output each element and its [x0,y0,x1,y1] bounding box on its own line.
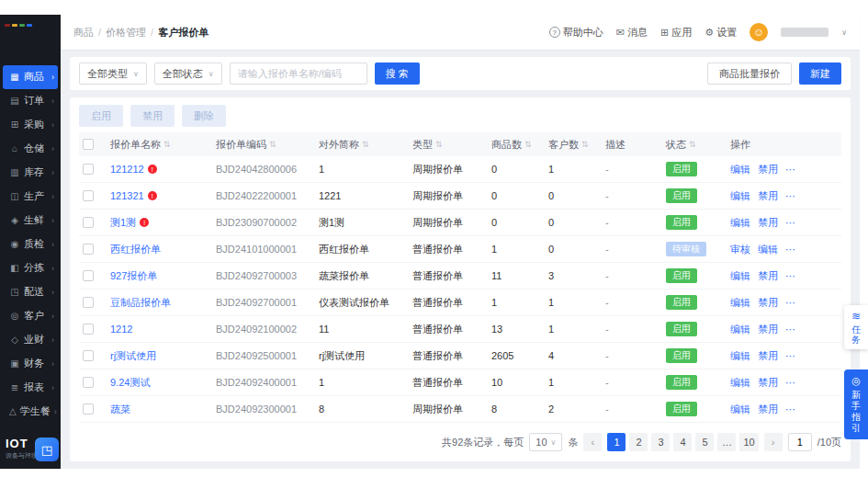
op-edit-link[interactable]: 编辑 [730,323,750,336]
op-edit-link[interactable]: 编辑 [730,403,750,416]
column-header-desc[interactable]: 描述 [602,138,662,152]
prev-page-button[interactable]: ‹ [583,433,602,451]
column-header-customer-count[interactable]: 客户数⇅ [545,138,602,152]
more-actions-icon[interactable]: ⋯ [785,403,796,415]
sidebar-item-finance[interactable]: ▣财务› [3,352,58,376]
sidebar-item-production[interactable]: ◫生产› [3,185,58,209]
page-4[interactable]: 4 [673,433,692,451]
op-disable-link[interactable]: 禁用 [758,269,778,283]
op-audit-link[interactable]: 审核 [730,243,750,256]
row-checkbox[interactable] [83,217,94,228]
more-actions-icon[interactable]: ⋯ [785,217,796,229]
page-1[interactable]: 1 [607,433,626,451]
column-header-actions[interactable]: 操作 [727,138,841,152]
select-all-checkbox[interactable] [83,139,94,150]
iot-device-icon[interactable]: ◳ [35,438,59,461]
row-checkbox[interactable] [83,377,94,388]
quote-name-link[interactable]: rj测试使用 [110,349,156,363]
more-actions-icon[interactable]: ⋯ [785,297,796,309]
row-checkbox[interactable] [83,350,94,361]
op-disable-link[interactable]: 禁用 [758,163,778,176]
op-disable-link[interactable]: 禁用 [758,349,778,363]
sidebar-item-sorting[interactable]: ◧分拣› [3,256,58,280]
quote-name-link[interactable]: 121321 [110,190,144,201]
op-disable-link[interactable]: 禁用 [758,403,778,416]
page-2[interactable]: 2 [629,433,648,451]
quote-name-link[interactable]: 豆制品报价单 [110,296,171,310]
status-filter-select[interactable]: 全部状态 ∨ [154,62,222,85]
column-header-code[interactable]: 报价单编码⇅ [212,138,315,152]
more-actions-icon[interactable]: ⋯ [785,244,796,256]
op-disable-link[interactable]: 禁用 [758,189,778,203]
column-header-goods-count[interactable]: 商品数⇅ [488,138,545,152]
topbar-help[interactable]: ?帮助中心 [549,26,603,40]
breadcrumb-price-management[interactable]: 价格管理 [106,26,146,40]
quote-name-link[interactable]: 9.24测试 [110,376,150,390]
topbar-settings[interactable]: ⚙设置 [705,26,737,40]
avatar[interactable]: ☺ [750,23,768,41]
next-page-button[interactable]: › [764,433,783,451]
search-button[interactable]: 搜 索 [375,62,420,85]
column-header-status[interactable]: 状态⇅ [662,138,727,152]
breadcrumb-goods[interactable]: 商品 [73,26,94,40]
sidebar-item-goods[interactable]: ▦商品› [3,65,58,89]
column-header-alias[interactable]: 对外简称⇅ [315,138,409,152]
row-checkbox[interactable] [83,164,94,175]
quote-name-link[interactable]: 927报价单 [110,269,157,283]
op-edit-link[interactable]: 编辑 [730,163,750,176]
column-header-type[interactable]: 类型⇅ [409,138,488,152]
page-jump-input[interactable] [788,433,812,451]
sidebar-item-delivery[interactable]: ◳配送› [3,280,58,304]
sidebar-item-studentmeal[interactable]: △学生餐› [3,400,58,424]
column-header-name[interactable]: 报价单名称⇅ [107,138,212,152]
batch-disable-button[interactable]: 禁用 [130,105,175,127]
batch-delete-button[interactable]: 删除 [182,105,226,127]
sidebar-item-qc[interactable]: ◉质检› [3,233,58,256]
sidebar-item-purchase[interactable]: ⊞采购› [3,113,58,137]
quote-name-link[interactable]: 西红报价单 [110,243,161,256]
quote-name-link[interactable]: 121212 [110,164,144,175]
op-edit-link[interactable]: 编辑 [730,296,750,310]
batch-enable-button[interactable]: 启用 [79,105,123,127]
create-button[interactable]: 新建 [799,62,841,85]
sidebar-item-fresh[interactable]: ◈生鲜› [3,209,58,233]
op-disable-link[interactable]: 禁用 [758,216,778,230]
topbar-apps[interactable]: ⊞应用 [660,26,692,40]
row-checkbox[interactable] [83,190,94,201]
row-checkbox[interactable] [83,244,94,255]
page-size-select[interactable]: 10 ∨ [529,433,562,451]
batch-quote-button[interactable]: 商品批量报价 [707,62,792,85]
row-checkbox[interactable] [83,297,94,308]
more-actions-icon[interactable]: ⋯ [785,350,796,362]
row-checkbox[interactable] [83,270,94,281]
sidebar-item-orders[interactable]: ▤订单› [3,89,58,113]
op-disable-link[interactable]: 禁用 [758,296,778,310]
sidebar-item-warehouse[interactable]: ⌂仓储› [3,137,58,161]
sidebar-item-inventory[interactable]: ▥库存› [3,161,58,185]
quote-name-link[interactable]: 蔬菜 [110,403,130,416]
op-disable-link[interactable]: 禁用 [758,376,778,390]
row-checkbox[interactable] [83,324,94,335]
type-filter-select[interactable]: 全部类型 ∨ [79,62,147,85]
page-3[interactable]: 3 [651,433,670,451]
more-actions-icon[interactable]: ⋯ [785,190,796,202]
page-10[interactable]: 10 [739,433,758,451]
more-actions-icon[interactable]: ⋯ [785,164,796,176]
op-disable-link[interactable]: 禁用 [758,323,778,336]
floating-guide-button[interactable]: ◎ 新手指引 [844,369,868,439]
more-actions-icon[interactable]: ⋯ [785,270,796,282]
sidebar-item-reports[interactable]: ≣报表› [3,376,58,400]
quote-name-link[interactable]: 1212 [110,324,132,335]
floating-task-button[interactable]: ≋ 任务 [844,305,868,349]
page-5[interactable]: 5 [695,433,714,451]
quote-name-link[interactable]: 测1测 [110,216,136,230]
op-edit-link[interactable]: 编辑 [730,269,750,283]
more-actions-icon[interactable]: ⋯ [785,377,796,389]
sidebar-item-customers[interactable]: ◎客户› [3,304,58,328]
more-actions-icon[interactable]: ⋯ [785,324,796,335]
search-input[interactable] [230,62,367,85]
op-edit-link[interactable]: 编辑 [730,189,750,203]
op-edit-link[interactable]: 编辑 [730,349,750,363]
sidebar-item-bizfinance[interactable]: ◇业财› [3,328,58,352]
chevron-down-icon[interactable]: ∨ [841,28,847,37]
